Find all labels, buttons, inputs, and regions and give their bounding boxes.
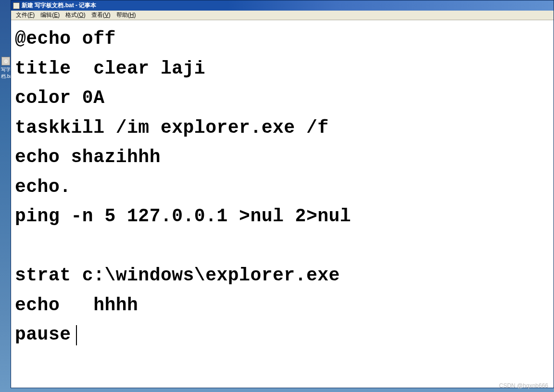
- file-icon: ⚙: [1, 57, 10, 65]
- menu-view[interactable]: 查看(V): [88, 10, 113, 20]
- desktop-shortcut-label: 写字 档.ba: [1, 66, 11, 80]
- editor-area[interactable]: @echo off title clear laji color 0A task…: [11, 20, 554, 388]
- desktop-shortcut[interactable]: ⚙ 写字 档.ba: [1, 57, 11, 80]
- notepad-window: 新建 写字板文档.bat - 记事本 文件(F) 编辑(E) 格式(O) 查看(…: [11, 0, 554, 388]
- window-title: 新建 写字板文档.bat - 记事本: [22, 1, 96, 10]
- menu-file[interactable]: 文件(F): [13, 10, 38, 20]
- notepad-icon: [13, 2, 20, 9]
- menu-help[interactable]: 帮助(H): [113, 10, 139, 20]
- editor-content[interactable]: @echo off title clear laji color 0A task…: [15, 24, 550, 350]
- watermark: CSDN @hqxnb666: [499, 382, 548, 389]
- menubar: 文件(F) 编辑(E) 格式(O) 查看(V) 帮助(H): [11, 11, 554, 20]
- menu-edit[interactable]: 编辑(E): [38, 10, 63, 20]
- titlebar[interactable]: 新建 写字板文档.bat - 记事本: [11, 0, 554, 11]
- menu-format[interactable]: 格式(O): [63, 10, 88, 20]
- text-cursor: [76, 325, 77, 345]
